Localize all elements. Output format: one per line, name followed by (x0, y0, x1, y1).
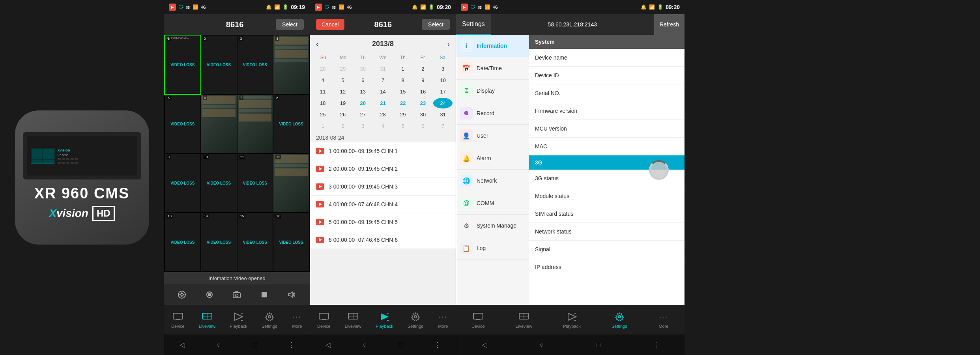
back-btn-p2[interactable]: ◁ (176, 338, 189, 351)
cal-day-17[interactable]: 17 (433, 86, 453, 97)
menu-btn-p3[interactable]: ⋮ (431, 338, 444, 351)
dropdown-device-name[interactable]: Device name (529, 49, 685, 67)
snapshot-btn[interactable] (230, 288, 244, 302)
recording-item-2[interactable]: 2 00:00:00- 09:19:45 CHN:2 (310, 160, 456, 178)
stop-btn[interactable] (257, 288, 271, 302)
cal-day-2-next[interactable]: 2 (333, 121, 353, 131)
camera-cell-9[interactable]: 9 VIDEO LOSS (165, 154, 200, 212)
nav-settings-p4[interactable]: Settings (608, 309, 631, 331)
cal-day-1[interactable]: 1 (393, 64, 413, 74)
cal-prev-btn[interactable]: ‹ (316, 39, 319, 49)
nav-device-p4[interactable]: Device (468, 309, 489, 331)
menu-item-sysmanage[interactable]: ⚙ System Manage (456, 215, 529, 237)
menu-btn-p2[interactable]: ⋮ (285, 338, 298, 351)
cal-day-13[interactable]: 13 (353, 86, 372, 97)
camera-cell-16[interactable]: 16 VIDEO LOSS (273, 213, 309, 271)
cal-next-btn[interactable]: › (447, 39, 450, 49)
cal-day-2[interactable]: 2 (413, 64, 433, 74)
cal-day-19[interactable]: 19 (333, 98, 353, 108)
cal-day-16[interactable]: 16 (413, 86, 433, 97)
dropdown-sim-status[interactable]: SIM card status (529, 205, 685, 223)
dropdown-mac[interactable]: MAC (529, 138, 685, 155)
cal-day-6[interactable]: 6 (353, 75, 372, 86)
cal-day-30[interactable]: 30 (413, 109, 433, 120)
cal-day-5[interactable]: 5 (333, 75, 353, 86)
nav-more-p4[interactable]: ··· More (654, 309, 673, 331)
cal-day-1-next[interactable]: 1 (313, 121, 333, 131)
cal-day-3-next[interactable]: 3 (353, 121, 372, 131)
camera-cell-12[interactable]: 12 (273, 154, 309, 212)
cal-day-29[interactable]: 29 (393, 109, 413, 120)
cal-day-5-next[interactable]: 5 (393, 121, 413, 131)
camera-cell-5[interactable]: 5 VIDEO LOSS (165, 95, 200, 153)
recording-item-6[interactable]: 6 00:00:00- 07:46:48 CHN:6 (310, 231, 456, 249)
camera-cell-6[interactable]: 6 (201, 95, 237, 153)
cal-day-26[interactable]: 26 (333, 109, 353, 120)
nav-liveview-p4[interactable]: Liveview (512, 309, 536, 331)
nav-device-p3[interactable]: Device (313, 309, 335, 331)
menu-item-network[interactable]: 🌐 Network (456, 170, 529, 192)
settings-tab[interactable]: Settings (456, 14, 491, 35)
nav-settings-p3[interactable]: Settings (404, 309, 427, 331)
recording-item-3[interactable]: 3 00:00:00- 09:19:45 CHN:3 (310, 178, 456, 196)
cancel-button-p3[interactable]: Cancel (316, 19, 344, 30)
cal-day-10[interactable]: 10 (433, 75, 453, 86)
cal-day-30-prev[interactable]: 30 (353, 64, 372, 74)
cal-day-24[interactable]: 24 (433, 98, 453, 108)
cal-day-8[interactable]: 8 (393, 75, 413, 86)
menu-item-record[interactable]: ⏺ Record (456, 102, 529, 125)
camera-cell-4[interactable]: 4 (273, 36, 309, 94)
cal-day-15[interactable]: 15 (393, 86, 413, 97)
cal-day-20[interactable]: 20 (353, 98, 372, 108)
cal-day-29-prev[interactable]: 29 (333, 64, 353, 74)
cal-day-3[interactable]: 3 (433, 64, 453, 74)
recents-btn-p4[interactable]: □ (593, 338, 605, 351)
nav-device-p2[interactable]: Device (167, 309, 189, 331)
nav-liveview-p3[interactable]: Liveview (341, 309, 365, 331)
recents-btn-p3[interactable]: □ (395, 338, 408, 351)
nav-playback-p3[interactable]: Playback (372, 309, 397, 331)
cal-day-25[interactable]: 25 (313, 109, 333, 120)
camera-cell-11[interactable]: 11 VIDEO LOSS (238, 154, 273, 212)
nav-liveview-p2[interactable]: Liveview (195, 309, 219, 331)
menu-item-information[interactable]: ℹ Information (456, 35, 529, 57)
nav-playback-p4[interactable]: Playback (559, 309, 585, 331)
camera-cell-7[interactable]: 7 (238, 95, 273, 153)
recording-item-5[interactable]: 5 00:00:00- 09:19:45 CHN:5 (310, 213, 456, 231)
cal-day-27[interactable]: 27 (353, 109, 372, 120)
cal-day-31-prev[interactable]: 31 (373, 64, 393, 74)
menu-btn-p4[interactable]: ⋮ (650, 338, 662, 351)
home-btn-p3[interactable]: ○ (358, 338, 371, 351)
cal-day-11[interactable]: 11 (313, 86, 333, 97)
cal-day-12[interactable]: 12 (333, 86, 353, 97)
back-btn-p4[interactable]: ◁ (478, 338, 491, 351)
menu-item-display[interactable]: 🖥 Display (456, 80, 529, 102)
cal-day-7[interactable]: 7 (373, 75, 393, 86)
camera-cell-8[interactable]: 8 VIDEO LOSS (273, 95, 309, 153)
dropdown-mcu-version[interactable]: MCU version (529, 120, 685, 138)
menu-item-comm[interactable]: @ COMM (456, 192, 529, 215)
camera-cell-1[interactable]: 1 8/24/2013 09:19:1 VIDEO LOSS (165, 36, 200, 94)
dropdown-network-status[interactable]: Network status (529, 223, 685, 241)
camera-cell-2[interactable]: 2 VIDEO LOSS (201, 36, 237, 94)
refresh-button[interactable]: Refresh (654, 14, 685, 35)
back-btn-p3[interactable]: ◁ (322, 338, 335, 351)
cal-day-18[interactable]: 18 (313, 98, 333, 108)
cal-day-14[interactable]: 14 (373, 86, 393, 97)
dropdown-firmware-version[interactable]: Firmware version (529, 102, 685, 120)
home-btn-p4[interactable]: ○ (535, 338, 548, 351)
recents-btn-p2[interactable]: □ (249, 338, 262, 351)
cal-day-28[interactable]: 28 (373, 109, 393, 120)
cal-day-23[interactable]: 23 (413, 98, 433, 108)
menu-item-alarm[interactable]: 🔔 Alarm (456, 147, 529, 170)
camera-cell-13[interactable]: 13 VIDEO LOSS (165, 213, 200, 271)
camera-cell-10[interactable]: 10 VIDEO LOSS (201, 154, 237, 212)
select-button-p2[interactable]: Select (276, 19, 304, 30)
cal-day-9[interactable]: 9 (413, 75, 433, 86)
nav-settings-p2[interactable]: Settings (258, 309, 281, 331)
nav-playback-p2[interactable]: Playback (226, 309, 251, 331)
recording-item-1[interactable]: 1 00:00:00- 09:19:45 CHN:1 (310, 142, 456, 160)
select-button-p3[interactable]: Select (422, 19, 450, 30)
cal-day-6-next[interactable]: 6 (413, 121, 433, 131)
audio-btn[interactable] (285, 288, 299, 302)
